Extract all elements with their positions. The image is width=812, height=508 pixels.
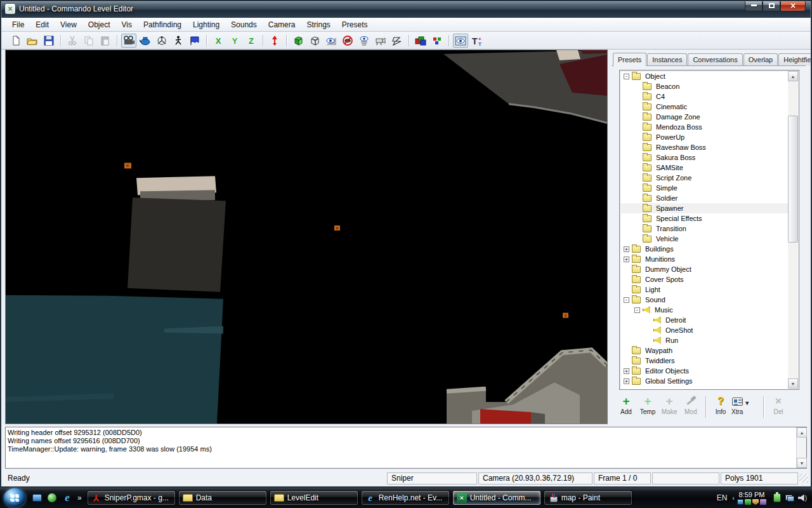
vertical-move-button[interactable] — [267, 34, 282, 48]
taskbar-button[interactable]: SniperP.gmax - g... — [87, 490, 176, 505]
scroll-up-icon[interactable]: ▲ — [788, 71, 798, 81]
show-selected-button[interactable] — [324, 34, 339, 48]
tree-item[interactable]: Waypath — [620, 345, 788, 356]
tree-item[interactable]: Cinematic — [620, 102, 788, 112]
menu-item[interactable]: View — [55, 19, 82, 30]
tree-item[interactable]: PowerUp — [620, 132, 788, 142]
menu-item[interactable]: File — [6, 19, 30, 30]
tree-item[interactable]: + Buildings — [620, 244, 788, 254]
tree-item[interactable]: + Editor Objects — [620, 366, 788, 376]
tree-item[interactable]: Special Effects — [620, 213, 788, 224]
rotate-gizmo-button[interactable] — [154, 34, 169, 48]
cut-button[interactable] — [65, 34, 80, 48]
taskbar-button[interactable]: LevelEdit — [270, 490, 358, 505]
preset-action-button[interactable]: Mod ▼ — [680, 395, 702, 420]
flag-comment-button[interactable] — [187, 34, 202, 48]
menu-item[interactable]: Pathfinding — [138, 19, 187, 30]
walk-mode-button[interactable] — [171, 34, 186, 48]
visibility-box-button[interactable] — [453, 34, 468, 48]
dropdown-arrow-icon[interactable]: ▼ — [744, 400, 750, 406]
scrollbar-thumb[interactable] — [788, 116, 798, 243]
tree-item[interactable]: - Object — [620, 71, 788, 81]
language-indicator[interactable]: EN — [717, 493, 728, 502]
tree-item[interactable]: OneShot — [620, 325, 788, 335]
open-file-button[interactable] — [25, 34, 40, 48]
wireframe-view-button[interactable] — [307, 34, 322, 48]
expand-toggle[interactable]: + — [624, 246, 629, 252]
solid-view-button[interactable] — [291, 34, 306, 48]
menu-item[interactable]: Vis — [116, 19, 138, 30]
log-scrollbar[interactable]: ▲ ▼ — [796, 427, 806, 468]
expand-toggle[interactable]: - — [624, 74, 629, 79]
tree-item[interactable]: Spawner — [620, 203, 788, 213]
preset-action-button[interactable]: + Temp ▼ — [637, 395, 658, 420]
tray-purple-icon[interactable] — [760, 499, 766, 505]
paste-button[interactable] — [98, 34, 113, 48]
tree-item[interactable]: Dummy Object — [620, 264, 788, 274]
menu-item[interactable]: Presets — [336, 19, 374, 30]
panel-tab[interactable]: Heightfield — [778, 53, 812, 65]
quick-launch-overflow[interactable]: » — [77, 493, 82, 502]
tree-item[interactable]: Cover Spots — [620, 274, 788, 284]
clock[interactable]: 8:59 PM — [739, 491, 765, 498]
save-button[interactable] — [41, 34, 56, 48]
volume-icon[interactable]: ) — [797, 491, 808, 504]
menu-item[interactable]: Camera — [263, 19, 301, 30]
tree-item[interactable]: Sakura Boss — [620, 152, 788, 163]
tree-item[interactable]: Mendoza Boss — [620, 122, 788, 132]
scroll-down-icon[interactable]: ▼ — [797, 458, 807, 468]
resize-grip[interactable] — [799, 474, 808, 483]
tray-expand-icon[interactable]: ‹ — [732, 494, 735, 502]
tree-item[interactable]: Soldier — [620, 193, 788, 203]
panel-tab[interactable]: Conversations — [688, 53, 742, 65]
text-labels-button[interactable]: T+T — [469, 34, 485, 48]
taskbar-button[interactable]: RenHelp.net - Ev... — [361, 490, 450, 505]
preset-action-button[interactable]: Xtra ▼ — [731, 395, 759, 420]
show-desktop-icon[interactable] — [30, 490, 44, 505]
tray-monitor-icon[interactable] — [737, 499, 743, 505]
globe-app-icon[interactable] — [45, 490, 59, 505]
expand-toggle[interactable]: + — [624, 257, 629, 262]
axis-z-button[interactable]: Z — [244, 34, 259, 48]
tree-item[interactable]: Twiddlers — [620, 356, 788, 366]
menu-item[interactable]: Sounds — [225, 19, 263, 30]
tree-item[interactable]: - Music — [620, 305, 788, 315]
menu-item[interactable]: Lighting — [187, 19, 225, 30]
start-button[interactable] — [4, 488, 25, 507]
menu-item[interactable]: Edit — [30, 19, 55, 30]
tree-item[interactable]: - Sound — [620, 295, 788, 305]
taskbar-button[interactable]: Data — [178, 490, 267, 505]
expand-toggle[interactable]: + — [624, 368, 629, 374]
preset-action-button[interactable]: × Del ▼ — [768, 395, 789, 420]
tree-item[interactable]: Transition — [620, 224, 788, 234]
camera-settings-button[interactable] — [373, 34, 388, 48]
taskbar-button[interactable]: map - Paint — [544, 490, 632, 505]
tree-item[interactable]: Simple — [620, 183, 788, 193]
copy-button[interactable] — [81, 34, 96, 48]
close-button[interactable]: × — [780, 0, 806, 11]
camera-mode-button[interactable] — [121, 34, 136, 48]
battery-icon[interactable] — [771, 491, 783, 504]
menu-item[interactable]: Strings — [301, 19, 336, 30]
tree-item[interactable]: Run — [620, 335, 788, 345]
preset-action-button[interactable]: + Add ▼ — [615, 395, 637, 420]
tree-item[interactable]: Beacon — [620, 81, 788, 91]
taskbar-button[interactable]: Untitled - Comm... — [452, 490, 541, 505]
log-output[interactable]: Writing header offset 9295312 (008DD5D0)… — [5, 427, 807, 469]
tree-item[interactable]: Vehicle — [620, 234, 788, 244]
tree-item[interactable]: + Global Settings — [620, 376, 788, 386]
tree-item[interactable]: Script Zone — [620, 173, 788, 183]
tree-item[interactable]: + Munitions — [620, 254, 788, 264]
preset-action-button[interactable]: ? Info ▼ — [710, 395, 731, 420]
group-objects-button[interactable] — [413, 34, 428, 48]
zone-edit-button[interactable] — [390, 34, 405, 48]
maximize-button[interactable] — [763, 0, 780, 11]
ungroup-objects-button[interactable] — [429, 34, 445, 48]
scroll-down-icon[interactable]: ▼ — [788, 378, 798, 389]
object-mode-button[interactable] — [138, 34, 153, 48]
preset-action-button[interactable]: + Make ▼ — [658, 395, 680, 420]
axis-x-button[interactable]: X — [211, 34, 226, 48]
panel-tab[interactable]: Instances — [647, 53, 687, 65]
tree-item[interactable]: Detroit — [620, 315, 788, 325]
panel-tab[interactable]: Presets — [613, 53, 646, 66]
